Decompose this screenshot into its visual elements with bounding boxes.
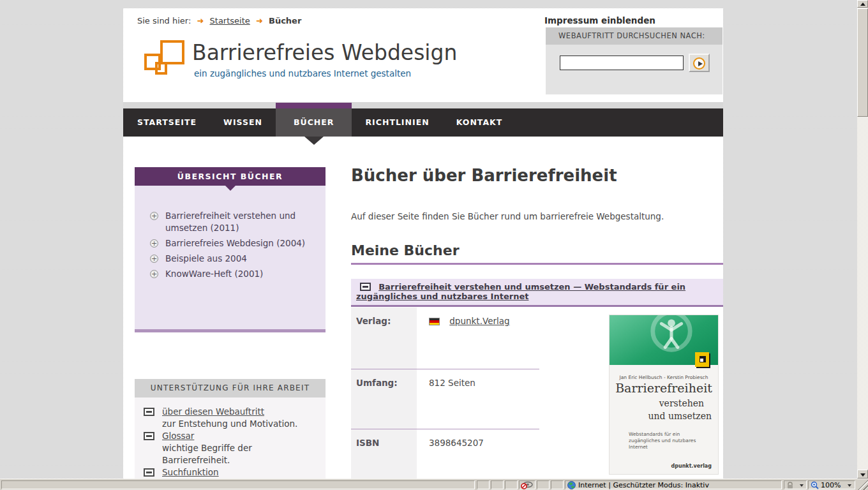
sidebar-books-overview: ÜBERSICHT BÜCHER Barrierefreiheit verste… (135, 167, 326, 332)
privacy-blocked-icon (521, 481, 534, 489)
zoom-level: 100% (821, 481, 841, 489)
table-row-umfang: Umfang: 812 Seiten (351, 369, 539, 429)
breadcrumb-link-startseite[interactable]: Startseite (210, 16, 250, 26)
row-label: Verlag: (351, 308, 417, 369)
sidebar-item-beispiele[interactable]: Beispiele aus 2004 (150, 253, 314, 265)
plus-circle-icon (150, 270, 158, 278)
document-icon (144, 468, 154, 477)
support-item-glossar: Glossar wichtige Begriffe der Barrierefr… (140, 430, 319, 466)
section-divider (351, 263, 723, 265)
book-title-link[interactable]: Barrierefreiheit verstehen und umsetzen … (356, 282, 685, 301)
table-row-verlag: Verlag: dpunkt.Verlag (351, 308, 539, 369)
site-logo-squares-icon (144, 40, 186, 76)
support-link-glossar[interactable]: Glossar (162, 431, 194, 441)
breadcrumb: Sie sind hier: ➜ Startseite ➜ Bücher (137, 16, 301, 26)
sidebar-item-knowware[interactable]: KnowWare-Heft (2001) (150, 268, 314, 280)
document-icon (144, 408, 154, 416)
web-page: Sie sind hier: ➜ Startseite ➜ Bücher Imp… (123, 8, 723, 479)
book-header-band: Barrierefreiheit verstehen und umsetzen … (351, 279, 723, 307)
globe-icon (567, 481, 576, 489)
sidebar-support: UNTERSTÜTZUNG FÜR IHRE ARBEIT über diese… (135, 379, 326, 479)
document-icon (144, 432, 154, 440)
cover-title-line2: verstehen (610, 398, 704, 408)
document-icon (360, 283, 371, 291)
cover-title-line3: und umsetzen (610, 411, 712, 421)
support-link-suchfunktion[interactable]: Suchfunktion (162, 467, 219, 477)
status-cell (551, 480, 564, 489)
support-desc: zur Entstehung und Motivation. (162, 419, 297, 429)
row-label: Umfang: (351, 369, 417, 429)
scrollbar-thumb[interactable] (857, 8, 868, 117)
sidebar-books-title: ÜBERSICHT BÜCHER (135, 167, 326, 186)
dropdown-arrow-icon (848, 484, 851, 487)
cover-title-line1: Barrierefreiheit (610, 381, 718, 395)
section-title: Meine Bücher (351, 242, 460, 258)
book-cover-image: Jan Eric Hellbusch - Kerstin Probiesch B… (610, 315, 718, 474)
page-title: Bücher über Barrierefreiheit (351, 166, 617, 185)
german-flag-icon (429, 318, 440, 325)
plus-circle-icon (150, 212, 158, 220)
status-cell (491, 480, 504, 489)
sidebar-item-book-2011[interactable]: Barrierefreiheit verstehen und umsetzen … (150, 210, 314, 234)
plus-circle-icon (150, 255, 158, 263)
dpunkt-logo-icon (695, 352, 709, 367)
scroll-down-button[interactable] (857, 470, 868, 479)
status-bar: Internet | Geschützter Modus: Inaktiv 10… (0, 479, 868, 490)
security-report-control[interactable] (784, 480, 807, 489)
support-item-webauftritt: über diesen Webauftritt zur Entstehung u… (140, 406, 319, 430)
scroll-up-button[interactable] (857, 0, 868, 8)
breadcrumb-arrow-icon: ➜ (256, 16, 263, 26)
nav-item-startseite[interactable]: STARTSEITE (124, 108, 210, 137)
cover-authors: Jan Eric Hellbusch - Kerstin Probiesch (610, 375, 718, 380)
row-value: 3898645207 (417, 429, 539, 448)
cover-publisher: dpunkt.verlag (671, 463, 712, 469)
cover-subtitle: Webstandards für ein zugängliches und nu… (629, 431, 708, 450)
support-item-suchfunktion: Suchfunktion erweiterte Suche (140, 466, 319, 479)
status-cell (505, 480, 518, 489)
security-zone-panel: Internet | Geschützter Modus: Inaktiv (565, 480, 782, 489)
nav-item-wissen[interactable]: WISSEN (210, 108, 276, 137)
status-main-panel (1, 480, 475, 489)
book-details-table: Verlag: dpunkt.Verlag Umfang: 812 Seiten… (351, 308, 539, 479)
resize-grip[interactable] (858, 480, 868, 490)
plus-circle-icon (150, 239, 158, 248)
nav-item-buecher-active[interactable]: BÜCHER (276, 108, 352, 137)
browser-viewport: Sie sind hier: ➜ Startseite ➜ Bücher Imp… (0, 0, 868, 490)
support-link-webauftritt[interactable]: über diesen Webauftritt (162, 406, 264, 417)
zoom-magnifier-icon (811, 481, 819, 489)
breadcrumb-prefix: Sie sind hier: (137, 16, 191, 26)
security-lock-icon (786, 481, 795, 489)
dropdown-arrow-icon (800, 484, 804, 487)
support-desc: wichtige Begriffe der Barrierefreiheit. (162, 443, 252, 465)
sidebar-item-book-2004[interactable]: Barrierefreies Webdesign (2004) (150, 237, 314, 249)
main-content: Bücher über Barrierefreiheit Auf dieser … (351, 8, 723, 479)
status-cell (477, 480, 490, 489)
accessibility-person-icon (647, 315, 696, 356)
sidebar-support-title: UNTERSTÜTZUNG FÜR IHRE ARBEIT (135, 379, 326, 397)
zone-text: Internet | Geschützter Modus: Inaktiv (578, 481, 709, 489)
breadcrumb-current: Bücher (269, 16, 301, 26)
vertical-scrollbar[interactable] (857, 0, 868, 479)
zoom-control[interactable]: 100% (808, 480, 855, 489)
row-value: 812 Seiten (417, 369, 539, 388)
row-label: ISBN (351, 429, 417, 479)
status-cell (537, 480, 550, 489)
breadcrumb-arrow-icon: ➜ (197, 16, 204, 26)
privacy-blocked-cell (519, 480, 535, 489)
table-row-isbn: ISBN 3898645207 (351, 429, 539, 479)
verlag-link[interactable]: dpunkt.Verlag (449, 316, 509, 326)
intro-text: Auf dieser Seite finden Sie Bücher rund … (351, 211, 664, 221)
